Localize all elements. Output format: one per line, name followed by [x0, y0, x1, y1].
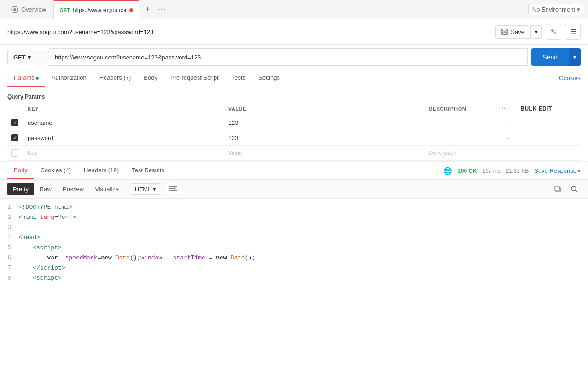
- params-dot: [36, 77, 39, 80]
- response-tabs-row: Body Cookies (4) Headers (19) Test Resul…: [0, 162, 588, 180]
- code-line-8: 8 <script>: [0, 273, 588, 283]
- row2-checkbox[interactable]: ✓: [11, 134, 18, 141]
- search-response-button[interactable]: [568, 182, 581, 195]
- tab-tests[interactable]: Tests: [225, 70, 252, 87]
- add-tab-button[interactable]: +: [141, 3, 154, 16]
- copy-response-button[interactable]: [551, 182, 564, 195]
- save-button[interactable]: Save: [495, 25, 530, 39]
- response-actions: [551, 182, 581, 195]
- unsaved-dot: [129, 8, 133, 12]
- table-row: ✓ usename 123 ···: [7, 115, 581, 130]
- row1-more[interactable]: ···: [498, 115, 517, 130]
- method-select[interactable]: GET ▾: [7, 50, 49, 65]
- row1-checkbox[interactable]: ✓: [11, 119, 18, 126]
- tab-settings[interactable]: Settings: [252, 70, 286, 87]
- code-line-3: 3: [0, 223, 588, 233]
- row2-checkbox-cell[interactable]: ✓: [7, 130, 24, 146]
- tab-params[interactable]: Params: [7, 70, 45, 87]
- environment-selector[interactable]: No Environment ▾: [528, 4, 584, 15]
- query-params-title: Query Params: [7, 91, 581, 103]
- response-body-toolbar: Pretty Raw Preview Visualize HTML ▾: [0, 180, 588, 199]
- response-size: 21.31 KB: [506, 168, 529, 174]
- row1-extra: [517, 115, 581, 130]
- comment-button[interactable]: ☰: [565, 24, 581, 40]
- col-checkbox: [7, 103, 24, 115]
- row2-key[interactable]: password: [24, 130, 225, 146]
- format-tab-raw[interactable]: Raw: [34, 183, 57, 195]
- format-tab-pretty[interactable]: Pretty: [7, 183, 34, 195]
- svg-point-1: [13, 8, 16, 11]
- wrap-button[interactable]: [165, 183, 181, 195]
- send-button-group: Send ▾: [531, 48, 581, 66]
- response-section: Body Cookies (4) Headers (19) Test Resul…: [0, 161, 588, 287]
- resp-tab-headers[interactable]: Headers (19): [77, 162, 125, 179]
- placeholder-value[interactable]: Value: [225, 146, 425, 161]
- env-chevron-icon: ▾: [577, 6, 580, 13]
- url-display: https://www.sogou.com?usename=123&passwo…: [7, 29, 492, 35]
- tab-authorization[interactable]: Authorization: [45, 70, 93, 87]
- method-url-row: GET ▾ Send ▾: [0, 45, 588, 70]
- tab-prerequest[interactable]: Pre-request Script: [164, 70, 225, 87]
- resp-tab-body[interactable]: Body: [7, 162, 34, 179]
- more-tabs-button[interactable]: ···: [154, 6, 170, 14]
- svg-rect-4: [503, 32, 506, 34]
- save-dropdown-button[interactable]: ▾: [530, 25, 542, 39]
- svg-rect-9: [555, 186, 559, 191]
- tab-body[interactable]: Body: [137, 70, 164, 87]
- row1-key[interactable]: usename: [24, 115, 225, 130]
- request-tabs-row: Params Authorization Headers (7) Body Pr…: [0, 70, 588, 87]
- row1-desc[interactable]: [425, 115, 499, 130]
- code-line-1: 1 <!DOCTYPE html>: [0, 202, 588, 212]
- row2-extra: [517, 130, 581, 146]
- placeholder-checkbox[interactable]: [11, 149, 18, 157]
- overview-tab[interactable]: Overview: [4, 0, 53, 19]
- placeholder-desc[interactable]: Description: [425, 146, 499, 161]
- wrap-icon: [169, 185, 177, 192]
- save-icon: [501, 29, 508, 35]
- bulk-edit-header[interactable]: Bulk Edit: [517, 103, 581, 115]
- placeholder-key[interactable]: Key: [24, 146, 225, 161]
- send-button[interactable]: Send: [531, 48, 569, 66]
- method-label: GET: [13, 54, 26, 61]
- row1-value[interactable]: 123: [225, 115, 425, 130]
- svg-line-11: [576, 190, 577, 192]
- send-dropdown-button[interactable]: ▾: [569, 48, 581, 66]
- save-response-button[interactable]: Save Response ▾: [534, 167, 581, 174]
- save-response-chevron-icon: ▾: [577, 167, 581, 174]
- request-url-tab: https://www.sogou.cor: [73, 7, 127, 13]
- col-more: ···: [498, 103, 517, 115]
- save-label: Save: [511, 29, 524, 35]
- tab-headers[interactable]: Headers (7): [93, 70, 138, 87]
- edit-icon: ✎: [551, 28, 557, 36]
- url-bar: https://www.sogou.com?usename=123&passwo…: [0, 19, 588, 45]
- col-desc-header: DESCRIPTION: [425, 103, 499, 115]
- method-chevron-icon: ▾: [28, 54, 31, 61]
- format-tab-visualize[interactable]: Visualize: [89, 183, 124, 195]
- query-params-section: Query Params KEY VALUE DESCRIPTION ··· B…: [0, 87, 588, 161]
- col-key-header: KEY: [24, 103, 225, 115]
- globe-icon: 🌐: [443, 167, 452, 175]
- code-line-5: 5 <script>: [0, 243, 588, 253]
- col-value-header: VALUE: [225, 103, 425, 115]
- row1-checkbox-cell[interactable]: ✓: [7, 115, 24, 130]
- row2-value[interactable]: 123: [225, 130, 425, 146]
- code-line-2: 2 <html lang="cn">: [0, 212, 588, 223]
- overview-label: Overview: [21, 6, 46, 13]
- request-tab[interactable]: GET https://www.sogou.cor: [53, 0, 139, 19]
- code-line-7: 7 </script>: [0, 263, 588, 273]
- row2-more[interactable]: ···: [498, 130, 517, 146]
- resp-tab-test-results[interactable]: Test Results: [125, 162, 171, 179]
- edit-button[interactable]: ✎: [546, 24, 561, 40]
- code-area: 1 <!DOCTYPE html> 2 <html lang="cn"> 3 4…: [0, 199, 588, 287]
- status-code-badge: 200 OK: [458, 168, 477, 174]
- row2-desc[interactable]: [425, 130, 499, 146]
- resp-tab-cookies[interactable]: Cookies (4): [34, 162, 77, 179]
- format-select[interactable]: HTML ▾: [130, 183, 161, 195]
- tab-cookies[interactable]: Cookies: [559, 70, 581, 86]
- response-time: 167 ms: [482, 168, 500, 174]
- url-input[interactable]: [49, 48, 528, 66]
- format-tab-preview[interactable]: Preview: [57, 183, 89, 195]
- tab-bar: Overview GET https://www.sogou.cor + ···…: [0, 0, 588, 19]
- comment-icon: ☰: [570, 28, 576, 36]
- params-table: KEY VALUE DESCRIPTION ··· Bulk Edit ✓ us…: [7, 103, 581, 161]
